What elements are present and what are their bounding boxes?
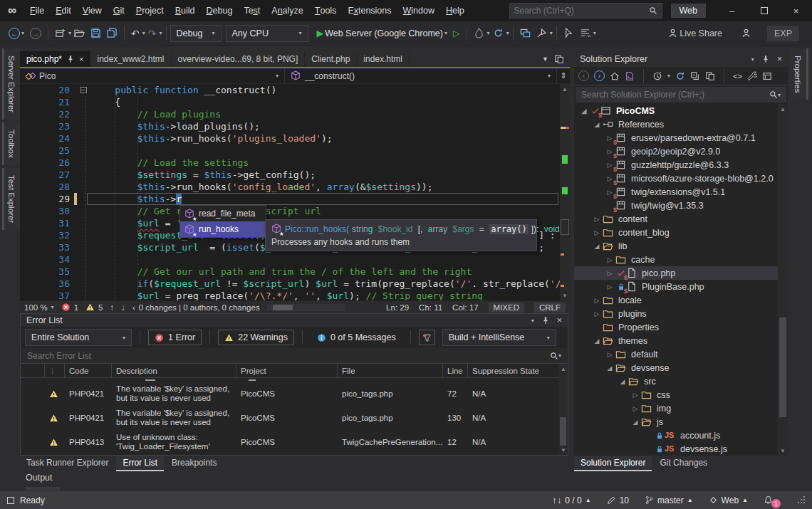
line-indicator[interactable]: Ln: 29: [386, 303, 409, 312]
encoding-indicator[interactable]: MIXED: [489, 303, 524, 313]
line-ending-indicator[interactable]: CRLF: [534, 303, 566, 313]
code-line-24[interactable]: 24 $this->run_hooks('plugins_loaded');: [20, 132, 560, 145]
home-icon[interactable]: [610, 71, 620, 81]
tree-item-erusev-parsedown-extra-0-7-1[interactable]: ▷$erusev/parsedown-extra@0.7.1: [574, 131, 778, 145]
scroll-up-arrow[interactable]: ▲: [558, 364, 568, 374]
tree-item-pluginbase-php[interactable]: ▷$PluginBase.php: [574, 280, 778, 293]
scroll-viewport[interactable]: [561, 219, 569, 235]
code-line-36[interactable]: 36 if($request_url != $script_url) $url …: [20, 278, 560, 290]
background-tasks-icon[interactable]: [7, 497, 14, 504]
tree-item-twig-extensions-v1-5-1[interactable]: ▷$twig/extensions@v1.5.1: [574, 185, 778, 199]
tree-item-references[interactable]: ◢References: [574, 117, 778, 131]
completion-item-read_file_meta[interactable]: ★read_file_meta: [180, 206, 266, 221]
error-list-scrollbar[interactable]: ▲ ▼: [558, 364, 568, 455]
tree-collapse-arrow[interactable]: ▷: [604, 283, 615, 290]
menu-analyze[interactable]: Analyze: [266, 0, 308, 21]
menu-view[interactable]: View: [77, 0, 108, 21]
menu-edit[interactable]: Edit: [50, 0, 77, 21]
pending-changes-filter-icon[interactable]: [652, 71, 662, 81]
feedback-button[interactable]: [738, 24, 754, 43]
filter-button[interactable]: [419, 330, 435, 345]
tree-collapse-arrow[interactable]: ▷: [591, 297, 603, 304]
column-header-Code[interactable]: Code: [65, 364, 112, 377]
refresh-button[interactable]: [490, 24, 506, 43]
properties-wrench-icon[interactable]: [747, 71, 757, 81]
tree-expand-arrow[interactable]: ◢: [630, 419, 641, 426]
menu-debug[interactable]: Debug: [201, 0, 239, 21]
code-line-37[interactable]: 37 $url = preg_replace('/\?.*/', '', $ur…: [20, 290, 560, 300]
comment-button[interactable]: [577, 24, 593, 43]
tree-expand-arrow[interactable]: ◢: [591, 337, 603, 345]
view-code-icon[interactable]: <>: [733, 72, 742, 80]
search-icon[interactable]: [769, 90, 778, 99]
tree-expand-arrow[interactable]: ◢: [578, 107, 590, 115]
navigate-back-button[interactable]: ←▾: [6, 24, 27, 43]
quick-search-input[interactable]: [514, 6, 649, 16]
solution-explorer-titlebar[interactable]: Solution Explorer ▾ ×: [574, 51, 788, 67]
pin-tab-icon[interactable]: [66, 55, 75, 63]
menu-file[interactable]: File: [24, 0, 50, 21]
start-debug-button[interactable]: ▶Web Server (Google Chrome)▾: [314, 24, 450, 43]
search-icon[interactable]: [550, 352, 558, 360]
minimize-button[interactable]: –: [716, 0, 748, 21]
tree-item-microsoft-azure-storage-blob-1-2-0[interactable]: ▷$microsoft/azure-storage-blob@1.2.0: [574, 172, 778, 185]
tree-item-default[interactable]: ▷default: [574, 347, 778, 361]
code-line-20[interactable]: 20– public function __construct(): [20, 84, 560, 96]
document-tab[interactable]: index_www2.html: [90, 51, 171, 67]
solution-platforms-dropdown[interactable]: Any CPU▾: [226, 25, 308, 42]
side-tab-server-explorer[interactable]: Server Explorer: [2, 48, 20, 120]
tree-collapse-arrow[interactable]: ▷: [630, 392, 641, 399]
class-dropdown[interactable]: Pico ▾: [20, 68, 285, 83]
output-panel[interactable]: Output: [20, 473, 53, 490]
pin-icon[interactable]: [541, 316, 550, 325]
tree-expand-arrow[interactable]: ◢: [617, 378, 628, 385]
error-list-titlebar[interactable]: Error List ▾ ×: [21, 314, 568, 327]
tree-expand-arrow[interactable]: ◢: [591, 243, 603, 250]
solution-scrollbar[interactable]: ▲ ▼: [778, 104, 788, 456]
zoom-dropdown[interactable]: 100 %▾: [24, 303, 54, 312]
tree-item-content[interactable]: ▷content: [574, 212, 778, 226]
tree-item-src[interactable]: ◢src: [574, 374, 778, 388]
tree-collapse-arrow[interactable]: ▷: [604, 270, 615, 277]
panel-tab-git-changes[interactable]: Git Changes: [653, 456, 714, 471]
redo-button[interactable]: ↷: [145, 24, 160, 43]
warning-count[interactable]: 5: [85, 303, 103, 312]
code-line-28[interactable]: 28 $this->run_hooks('config_loaded', arr…: [20, 181, 560, 193]
new-project-button[interactable]: [52, 24, 68, 43]
code-line-35[interactable]: 35 // Get our url path and trim the / of…: [20, 266, 560, 278]
menu-extensions[interactable]: Extensions: [342, 0, 397, 21]
code-line-26[interactable]: 26 // Load the settings: [20, 157, 560, 169]
tree-expand-arrow[interactable]: ◢: [591, 121, 603, 128]
environment-button[interactable]: Web▲: [709, 495, 748, 505]
tree-item-plugins[interactable]: ▷plugins: [574, 307, 778, 320]
redo-dropdown-caret[interactable]: ▾: [160, 30, 162, 36]
tree-item-js[interactable]: ◢js: [574, 415, 778, 429]
code-line-21[interactable]: 21 {: [20, 96, 560, 108]
side-tab-toolbox[interactable]: Toolbox: [2, 122, 20, 165]
code-line-23[interactable]: 23 $this->load_plugins();: [20, 120, 560, 132]
solution-search-input[interactable]: [581, 90, 769, 100]
code-line-30[interactable]: 30 // Get request url and script url: [20, 205, 560, 217]
git-sync-button[interactable]: ↑↓0 / 0▲: [552, 495, 590, 505]
close-panel-icon[interactable]: ×: [777, 54, 782, 64]
back-dropdown-caret[interactable]: ▾: [21, 30, 24, 36]
notifications-button[interactable]: 1: [764, 493, 781, 508]
tree-item-guzzlehttp-guzzle-6-3-3[interactable]: ▷$guzzlehttp/guzzle@6.3.3: [574, 158, 778, 172]
tree-item-img[interactable]: ▷img: [574, 402, 778, 415]
errors-filter-button[interactable]: 1 Error: [148, 330, 202, 345]
tree-item-twig-twig-v1-35-3[interactable]: $twig/twig@v1.35.3: [574, 199, 778, 212]
tree-collapse-arrow[interactable]: ▷: [604, 351, 615, 358]
error-search-input[interactable]: [27, 351, 550, 361]
column-header-severity[interactable]: ⋮: [45, 364, 65, 377]
code-line-29[interactable]: 29 $this->r: [20, 193, 560, 205]
menu-test[interactable]: Test: [238, 0, 266, 21]
live-share-button[interactable]: Live Share: [665, 24, 725, 43]
tree-item-lib[interactable]: ◢lib: [574, 239, 778, 253]
tree-item-picocms[interactable]: ◢$PicoCMS: [574, 104, 778, 117]
fold-collapse-icon[interactable]: –: [80, 87, 87, 93]
save-all-button[interactable]: [104, 24, 120, 43]
start-without-debug-button[interactable]: ▷: [450, 24, 463, 43]
attach-button[interactable]: [533, 24, 550, 43]
close-tab-icon[interactable]: ×: [79, 55, 83, 63]
tree-collapse-arrow[interactable]: ▷: [604, 256, 615, 263]
